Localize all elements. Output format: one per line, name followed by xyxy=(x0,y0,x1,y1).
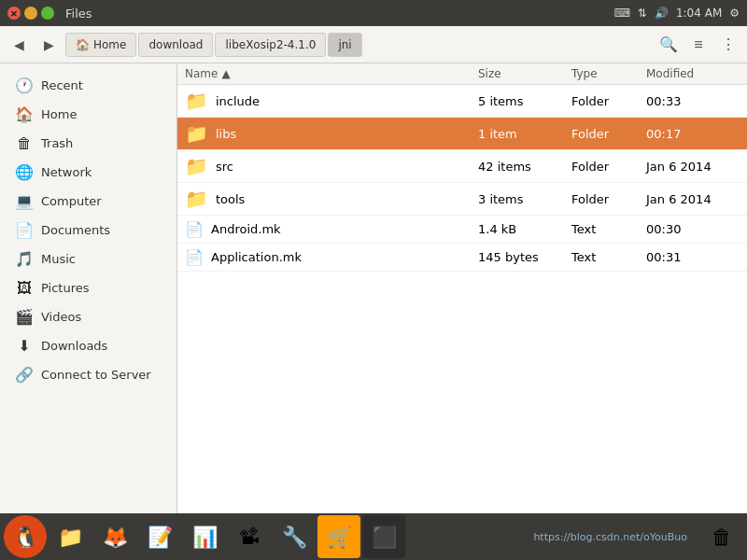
taskbar-ubuntu-icon[interactable]: 🐧 xyxy=(4,515,47,558)
table-row[interactable]: 📄 Application.mk 145 bytes Text 00:31 xyxy=(177,244,747,272)
sidebar-item-connect[interactable]: 🔗 Connect to Server xyxy=(4,360,173,389)
sidebar-trash-label: Trash xyxy=(41,136,73,150)
file-name: Android.mk xyxy=(211,222,281,236)
file-list: Name ▲ Size Type Modified 📁 include 5 it… xyxy=(177,63,747,526)
table-row[interactable]: 📄 Android.mk 1.4 kB Text 00:30 xyxy=(177,216,747,244)
file-modified: 00:17 xyxy=(646,127,740,141)
sidebar-item-home[interactable]: 🏠 Home xyxy=(4,100,173,129)
breadcrumb: 🏠 Home download libeXosip2-4.1.0 jni xyxy=(65,33,652,57)
settings-icon[interactable]: ⚙ xyxy=(729,7,740,20)
taskbar-firefox-icon[interactable]: 🦊 xyxy=(93,515,136,558)
documents-icon: 📄 xyxy=(15,221,34,239)
sidebar-videos-label: Videos xyxy=(41,310,81,324)
taskbar-terminal-icon[interactable]: ⬛ xyxy=(362,515,405,558)
sidebar-item-computer[interactable]: 💻 Computer xyxy=(4,187,173,216)
breadcrumb-jni-label: jni xyxy=(338,38,351,51)
file-size: 1.4 kB xyxy=(478,222,571,236)
connect-icon: 🔗 xyxy=(15,366,34,384)
file-modified: Jan 6 2014 xyxy=(646,192,740,206)
minimize-button[interactable] xyxy=(24,7,37,20)
file-modified: 00:30 xyxy=(646,222,740,236)
sidebar-item-downloads[interactable]: ⬇ Downloads xyxy=(4,331,173,360)
sidebar-documents-label: Documents xyxy=(41,223,110,237)
file-name-cell: 📁 include xyxy=(185,90,478,112)
file-name-cell: 📁 libs xyxy=(185,122,478,145)
taskbar-calc-icon[interactable]: 📊 xyxy=(183,515,226,558)
home-icon: 🏠 xyxy=(15,105,34,123)
forward-button[interactable]: ▶ xyxy=(35,32,62,58)
breadcrumb-download-label: download xyxy=(148,38,203,51)
sidebar-item-trash[interactable]: 🗑 Trash xyxy=(4,129,173,158)
maximize-button[interactable] xyxy=(41,7,54,20)
volume-icon: 🔊 xyxy=(655,7,669,20)
main-area: 🕐 Recent 🏠 Home 🗑 Trash 🌐 Network 💻 Comp… xyxy=(0,63,747,526)
taskbar-amazon-icon[interactable]: 🛒 xyxy=(317,515,360,558)
breadcrumb-home[interactable]: 🏠 Home xyxy=(65,33,136,57)
breadcrumb-jni[interactable]: jni xyxy=(328,33,361,57)
sidebar: 🕐 Recent 🏠 Home 🗑 Trash 🌐 Network 💻 Comp… xyxy=(0,63,177,526)
file-size: 5 items xyxy=(478,94,571,108)
file-modified: 00:33 xyxy=(646,94,740,108)
taskbar-files-icon[interactable]: 📁 xyxy=(49,515,92,558)
file-name-cell: 📁 tools xyxy=(185,188,478,210)
file-type: Folder xyxy=(571,94,646,108)
header-modified: Modified xyxy=(646,67,740,80)
file-type: Folder xyxy=(571,192,646,206)
folder-icon: 📁 xyxy=(185,188,208,210)
downloads-icon: ⬇ xyxy=(15,337,34,355)
sidebar-item-network[interactable]: 🌐 Network xyxy=(4,158,173,187)
header-type: Type xyxy=(571,67,646,80)
music-icon: 🎵 xyxy=(15,250,34,268)
close-button[interactable]: × xyxy=(7,7,21,20)
table-row[interactable]: 📁 include 5 items Folder 00:33 xyxy=(177,85,747,118)
trash-icon: 🗑 xyxy=(15,134,34,152)
sort-arrow-icon: ▲ xyxy=(221,67,230,80)
sidebar-item-music[interactable]: 🎵 Music xyxy=(4,245,173,273)
pictures-icon: 🖼 xyxy=(15,279,34,297)
file-name: src xyxy=(216,160,233,174)
taskbar-trash-icon[interactable]: 🗑 xyxy=(700,515,743,558)
header-size: Size xyxy=(478,67,571,80)
search-button[interactable]: 🔍 xyxy=(655,32,682,58)
taskbar-writer-icon[interactable]: 📝 xyxy=(138,515,181,558)
network-status-icon: ⇅ xyxy=(638,7,647,20)
menu-button[interactable]: ⋮ xyxy=(715,32,741,58)
app-title: Files xyxy=(65,7,92,21)
sidebar-item-videos[interactable]: 🎬 Videos xyxy=(4,302,173,331)
sidebar-item-recent[interactable]: 🕐 Recent xyxy=(4,71,173,100)
back-button[interactable]: ◀ xyxy=(6,32,32,58)
recent-icon: 🕐 xyxy=(15,77,34,94)
text-file-icon: 📄 xyxy=(185,220,204,238)
sidebar-item-documents[interactable]: 📄 Documents xyxy=(4,216,173,245)
list-view-button[interactable]: ≡ xyxy=(685,32,712,58)
file-type: Text xyxy=(571,222,646,236)
sidebar-connect-label: Connect to Server xyxy=(41,368,151,382)
sidebar-item-pictures[interactable]: 🖼 Pictures xyxy=(4,273,173,302)
videos-icon: 🎬 xyxy=(15,308,34,326)
taskbar-tools-icon[interactable]: 🔧 xyxy=(273,515,316,558)
file-size: 3 items xyxy=(478,192,571,206)
file-modified: Jan 6 2014 xyxy=(646,160,740,174)
taskbar-url: https://blog.csdn.net/oYouBuo xyxy=(533,531,695,543)
file-list-header: Name ▲ Size Type Modified xyxy=(177,63,747,85)
text-file-icon: 📄 xyxy=(185,248,204,266)
breadcrumb-libexosip-label: libeXosip2-4.1.0 xyxy=(225,38,316,51)
table-row[interactable]: 📁 libs 1 item Folder 00:17 xyxy=(177,118,747,150)
file-type: Text xyxy=(571,250,646,264)
file-modified: 00:31 xyxy=(646,250,740,264)
sidebar-home-label: Home xyxy=(41,107,77,121)
header-name[interactable]: Name ▲ xyxy=(185,67,478,80)
file-name: libs xyxy=(216,127,236,141)
file-name: include xyxy=(216,94,260,108)
file-size: 42 items xyxy=(478,160,571,174)
table-row[interactable]: 📁 src 42 items Folder Jan 6 2014 xyxy=(177,150,747,183)
table-row[interactable]: 📁 tools 3 items Folder Jan 6 2014 xyxy=(177,183,747,216)
home-breadcrumb-icon: 🏠 xyxy=(76,38,90,51)
breadcrumb-download[interactable]: download xyxy=(138,33,213,57)
taskbar-impress-icon[interactable]: 📽 xyxy=(228,515,271,558)
breadcrumb-libexosip[interactable]: libeXosip2-4.1.0 xyxy=(215,33,326,57)
file-name-cell: 📄 Android.mk xyxy=(185,220,478,238)
file-size: 1 item xyxy=(478,127,571,141)
folder-icon: 📁 xyxy=(185,122,208,145)
sidebar-network-label: Network xyxy=(41,165,92,179)
